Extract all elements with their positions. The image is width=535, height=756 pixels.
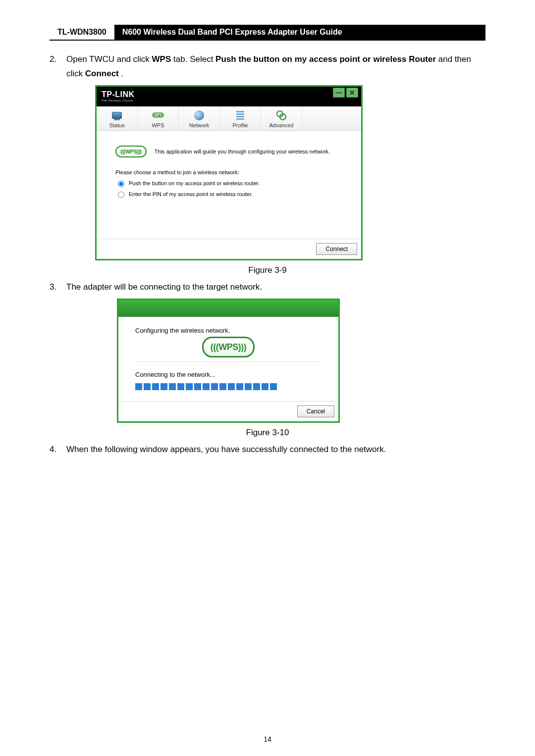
step-number: 3.: [50, 280, 66, 295]
figure-caption-1: Figure 3-9: [50, 265, 485, 275]
cancel-button[interactable]: Cancel: [297, 405, 334, 417]
step-text: When the following window appears, you h…: [66, 443, 386, 457]
tab-profile[interactable]: Profile: [220, 106, 261, 130]
minimize-button[interactable]: —: [333, 88, 345, 98]
tab-status[interactable]: Status: [97, 106, 138, 130]
tab-wps[interactable]: WPS WPS: [138, 106, 179, 130]
page-number: 14: [0, 735, 535, 743]
close-button[interactable]: ✕: [346, 88, 358, 98]
doc-title: N600 Wireless Dual Band PCI Express Adap…: [114, 25, 485, 40]
step-text: The adapter will be connecting to the ta…: [66, 280, 262, 295]
wps-icon: WPS: [152, 112, 164, 118]
progress-bar: [135, 383, 321, 390]
profile-icon: [236, 111, 244, 120]
doc-model: TL-WDN3800: [50, 25, 114, 40]
doc-header: TL-WDN3800 N600 Wireless Dual Band PCI E…: [50, 25, 485, 41]
figure-caption-2: Figure 3-10: [50, 428, 485, 438]
step-4: 4. When the following window appears, yo…: [50, 443, 485, 457]
dialog-body: Configuring the wireless network. (((WPS…: [118, 317, 338, 401]
status-icon: [112, 112, 122, 119]
twcu-titlebar: TP-LINK The Reliable Choice — ✕: [97, 87, 361, 106]
radio-push[interactable]: [118, 181, 124, 187]
divider: [135, 361, 321, 362]
progress-dialog: Configuring the wireless network. (((WPS…: [117, 299, 340, 423]
tab-advanced[interactable]: Advanced: [261, 106, 302, 130]
advanced-icon: [276, 110, 286, 120]
step-3: 3. The adapter will be connecting to the…: [50, 280, 485, 295]
dialog-footer: Cancel: [118, 401, 338, 421]
connect-button[interactable]: Connect: [316, 243, 357, 255]
option-push-button[interactable]: Push the button on my access point or wi…: [115, 179, 342, 187]
dialog-titlebar: [118, 300, 338, 317]
choose-method-label: Please choose a method to join a wireles…: [115, 169, 342, 175]
window-controls: — ✕: [333, 88, 358, 98]
twcu-window: TP-LINK The Reliable Choice — ✕ Status W…: [95, 85, 363, 260]
twcu-tabs: Status WPS WPS Network Profile Advanced: [97, 106, 361, 131]
wps-intro-text: This application will guide you through …: [155, 149, 330, 154]
connecting-label: Connecting to the network...: [135, 371, 321, 378]
globe-icon: [194, 110, 204, 120]
tab-network[interactable]: Network: [179, 106, 220, 130]
tplink-logo: TP-LINK The Reliable Choice: [102, 91, 135, 102]
radio-pin[interactable]: [118, 192, 124, 198]
option-enter-pin[interactable]: Enter the PIN of my access point or wire…: [115, 190, 342, 198]
step-number: 4.: [50, 443, 66, 457]
step-text: Open TWCU and click WPS tab. Select Push…: [66, 52, 485, 81]
twcu-footer: Connect: [97, 239, 361, 259]
configuring-label: Configuring the wireless network.: [135, 327, 321, 334]
wps-badge-icon: (((WPS))): [115, 146, 147, 157]
twcu-body: (((WPS))) This application will guide yo…: [97, 131, 361, 239]
step-2: 2. Open TWCU and click WPS tab. Select P…: [50, 52, 485, 81]
wps-badge-icon: (((WPS))): [202, 337, 255, 357]
step-number: 2.: [50, 52, 66, 81]
